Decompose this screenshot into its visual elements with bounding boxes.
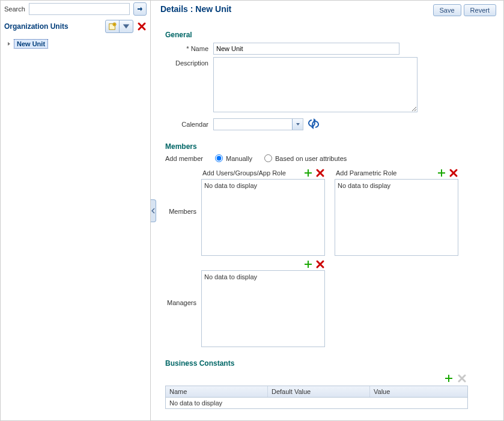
bc-table-head: Name Default Value Value [166,386,467,398]
members-parametric-box: Add Parametric Role No data to display [335,167,458,256]
create-unit-splitbutton [105,20,133,33]
bc-empty: No data to display [166,398,467,408]
radio-manual-text: Manually [226,155,252,162]
search-label: Search [4,5,25,13]
calendar-dropdown-toggle[interactable] [292,119,303,130]
panel-collapse-handle[interactable] [151,199,156,222]
save-button[interactable]: Save [433,4,461,16]
chevron-down-icon [122,22,130,31]
details-top-bar: Details : New Unit Save Revert [151,1,503,19]
section-heading-bc: Business Constants [165,359,487,368]
bc-col-value[interactable]: Value [370,386,467,397]
org-units-title: Organization Units [4,22,68,31]
calendar-select[interactable] [213,118,303,130]
add-member-radio-row: Add member Manually Based on user attrib… [165,154,487,162]
plus-icon [444,374,454,383]
section-heading-general: General [165,31,487,39]
revert-button[interactable]: Revert [464,4,496,16]
bc-add-button[interactable] [444,374,454,383]
left-panel: Search Organization Units [1,1,151,420]
disclosure-icon[interactable] [7,40,11,47]
delete-x-icon [449,168,458,178]
delete-x-icon [457,374,467,383]
managers-row-label: Managers [165,258,201,347]
managers-remove-button[interactable] [315,259,325,269]
parametric-box-caption: Add Parametric Role [335,169,397,177]
bc-table: Name Default Value Value No data to disp… [165,386,468,409]
members-row-label: Members [165,167,201,256]
delete-x-icon [137,22,147,31]
radio-manual-input[interactable] [215,154,223,162]
field-name: Name [165,43,487,55]
refresh-icon [308,118,319,129]
name-label: Name [165,43,213,52]
members-users-box: Add Users/Groups/App Role No data to dis… [201,167,325,256]
details-top-buttons: Save Revert [433,4,496,16]
bc-toolbar [165,371,468,386]
chevron-left-icon [151,208,155,214]
plus-icon [437,168,446,178]
users-box-caption: Add Users/Groups/App Role [201,169,286,177]
plus-icon [303,168,313,178]
bc-col-name[interactable]: Name [166,386,268,397]
parametric-remove-button[interactable] [449,168,458,178]
create-unit-dropdown[interactable] [119,20,133,32]
parametric-add-button[interactable] [437,168,446,178]
radio-attr-text: Based on user attributes [275,155,347,162]
org-tree: New Unit [1,35,150,52]
parametric-list[interactable]: No data to display [335,179,458,256]
users-add-button[interactable] [303,168,313,178]
field-description: Description [165,57,487,112]
new-item-icon [108,22,117,31]
chevron-down-icon [296,122,300,127]
radio-attr-input[interactable] [264,154,272,162]
create-unit-button[interactable] [106,20,119,32]
search-input[interactable] [29,3,130,15]
tree-root-node[interactable]: New Unit [7,39,144,49]
managers-box: No data to display [201,258,325,347]
org-units-actions [105,20,147,33]
bc-remove-button [457,374,467,383]
managers-list[interactable]: No data to display [201,270,325,347]
description-label: Description [165,57,213,67]
details-title-item: New Unit [195,4,231,14]
search-row: Search [1,1,150,17]
managers-empty: No data to display [204,273,322,280]
radio-attr[interactable]: Based on user attributes [264,154,347,162]
members-boxes-row: Members Add Users/Groups/App Role [165,167,487,256]
radio-manual[interactable]: Manually [215,154,252,162]
tree-node-label: New Unit [14,39,48,49]
delete-unit-button[interactable] [137,22,147,31]
users-list[interactable]: No data to display [201,179,325,256]
parametric-empty: No data to display [338,182,455,189]
search-go-button[interactable] [133,2,147,16]
users-empty: No data to display [204,182,322,189]
users-remove-button[interactable] [315,168,325,178]
right-panel: Details : New Unit Save Revert General N… [151,1,503,420]
managers-add-button[interactable] [303,259,313,269]
calendar-label: Calendar [165,118,213,128]
details-form: General Name Description Calendar [151,19,503,415]
details-title: Details : New Unit [160,4,231,14]
calendar-refresh-button[interactable] [308,118,319,130]
arrow-right-icon [136,5,144,13]
add-member-label: Add member [165,155,203,162]
description-textarea[interactable] [213,57,417,112]
org-units-header: Organization Units [1,17,150,35]
managers-boxes-row: Managers No data t [165,258,487,347]
bc-table-body: No data to display [166,398,467,408]
details-title-prefix: Details : [160,4,195,14]
section-heading-members: Members [165,142,487,151]
name-input[interactable] [213,43,399,55]
field-calendar: Calendar [165,118,487,130]
delete-x-icon [315,259,325,269]
bc-col-default[interactable]: Default Value [268,386,370,397]
app-root: Search Organization Units [0,0,504,421]
plus-icon [303,259,313,269]
delete-x-icon [315,168,325,178]
